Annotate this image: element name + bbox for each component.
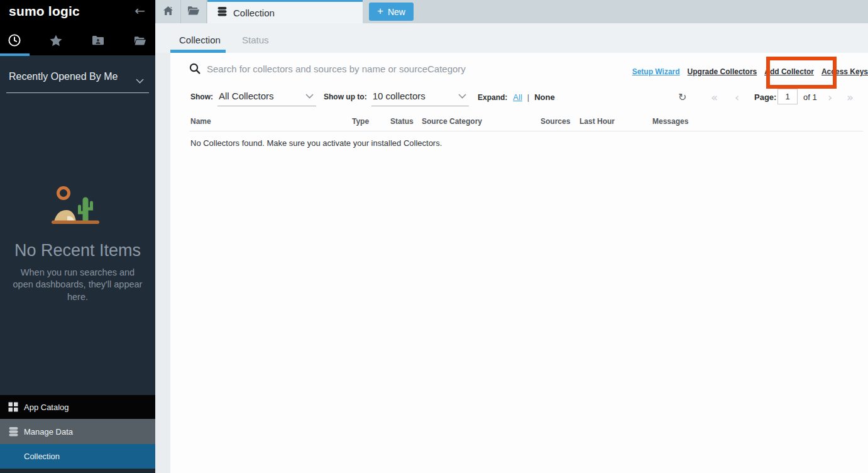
upgrade-collectors-link[interactable]: Upgrade Collectors bbox=[688, 67, 757, 76]
sidebar-item-manage-data[interactable]: Manage Data bbox=[0, 419, 155, 444]
col-sources[interactable]: Sources bbox=[541, 117, 570, 126]
star-icon bbox=[50, 35, 62, 49]
col-status[interactable]: Status bbox=[390, 117, 414, 126]
home-icon bbox=[163, 6, 173, 18]
cactus-scene-image bbox=[47, 181, 109, 225]
prev-page-icon[interactable]: ‹ bbox=[735, 88, 739, 106]
tab-collection[interactable]: Collection bbox=[207, 0, 363, 23]
first-page-icon[interactable]: « bbox=[711, 88, 718, 106]
page-label: Page: bbox=[754, 88, 776, 106]
empty-table-message: No Collectors found. Make sure you activ… bbox=[190, 138, 442, 148]
recent-scope-dropdown[interactable]: Recently Opened By Me bbox=[0, 55, 155, 93]
table-header-divider bbox=[189, 131, 863, 131]
access-keys-link[interactable]: Access Keys bbox=[821, 67, 868, 76]
folder-icon bbox=[134, 36, 146, 48]
search-row: Setup Wizard Upgrade Collectors Add Coll… bbox=[170, 53, 868, 84]
setup-wizard-link[interactable]: Setup Wizard bbox=[632, 67, 680, 76]
new-button-label: New bbox=[388, 7, 405, 17]
library-button[interactable] bbox=[181, 0, 207, 23]
home-button[interactable] bbox=[155, 0, 181, 23]
sidebar-tab-shared-content[interactable] bbox=[92, 35, 104, 48]
open-folder-icon bbox=[187, 6, 200, 18]
table-header-row: Name Type Status Source Category Sources… bbox=[170, 117, 868, 130]
sidebar-header: sumo logic ← bbox=[0, 0, 155, 55]
sidebar-item-label: App Catalog bbox=[24, 403, 69, 412]
search-icon bbox=[189, 63, 201, 77]
subtab-status[interactable]: Status bbox=[242, 35, 269, 45]
col-messages[interactable]: Messages bbox=[652, 117, 688, 126]
col-name[interactable]: Name bbox=[190, 117, 211, 126]
subtab-collection[interactable]: Collection bbox=[179, 35, 221, 45]
sidebar-tab-favorites[interactable] bbox=[50, 35, 62, 48]
no-recent-items-title: No Recent Items bbox=[0, 241, 155, 260]
chevron-down-icon bbox=[136, 75, 144, 86]
sidebar-bottom-spacer bbox=[0, 469, 155, 473]
pagination-bar: ↻ « ‹ Page: of 1 › » bbox=[170, 88, 868, 106]
new-button[interactable]: + New bbox=[369, 3, 414, 21]
plus-icon: + bbox=[377, 5, 383, 18]
col-type[interactable]: Type bbox=[352, 117, 369, 126]
sidebar-item-label: Collection bbox=[24, 452, 60, 461]
next-page-icon[interactable]: › bbox=[828, 88, 832, 106]
sidebar: sumo logic ← bbox=[0, 0, 155, 473]
sumo-logic-logo: sumo logic bbox=[9, 4, 80, 19]
col-last-hour[interactable]: Last Hour bbox=[580, 117, 615, 126]
sidebar-bottom-nav: App Catalog Manage Data Collection bbox=[0, 395, 155, 473]
sub-tab-strip: Collection Status bbox=[155, 23, 868, 53]
sidebar-item-app-catalog[interactable]: App Catalog bbox=[0, 395, 155, 419]
sidebar-item-label: Manage Data bbox=[24, 427, 73, 437]
no-recent-items-message: When you run searches and open dashboard… bbox=[10, 267, 145, 303]
tab-label: Collection bbox=[233, 8, 275, 18]
app-window: Collection + New Collection Status Setup… bbox=[0, 0, 868, 473]
database-icon bbox=[217, 6, 228, 19]
search-input[interactable] bbox=[207, 59, 534, 78]
recent-scope-label: Recently Opened By Me bbox=[9, 71, 118, 82]
sidebar-item-collection[interactable]: Collection bbox=[0, 444, 155, 469]
toolbar-links: Setup Wizard Upgrade Collectors Add Coll… bbox=[632, 67, 868, 76]
dropdown-underline bbox=[6, 92, 149, 93]
refresh-icon[interactable]: ↻ bbox=[678, 88, 686, 106]
desert-illustration bbox=[0, 181, 155, 225]
active-subtab-underline bbox=[170, 50, 226, 53]
shared-folder-icon bbox=[92, 35, 104, 48]
page-of-label: of 1 bbox=[803, 88, 817, 106]
sidebar-tab-recents[interactable] bbox=[8, 35, 21, 48]
panel-gutter bbox=[155, 53, 170, 473]
sidebar-tab-personal-folder[interactable] bbox=[134, 35, 146, 48]
clock-icon bbox=[8, 34, 21, 49]
add-collector-link[interactable]: Add Collector bbox=[764, 67, 814, 76]
page-input[interactable] bbox=[777, 89, 798, 104]
database-icon bbox=[8, 426, 19, 437]
last-page-icon[interactable]: » bbox=[847, 88, 854, 106]
grid-icon bbox=[8, 402, 19, 412]
col-source-category[interactable]: Source Category bbox=[422, 117, 482, 126]
top-tab-bar: Collection + New bbox=[155, 0, 868, 23]
collapse-sidebar-icon[interactable]: ← bbox=[135, 3, 145, 18]
collection-panel: Setup Wizard Upgrade Collectors Add Coll… bbox=[170, 53, 868, 473]
